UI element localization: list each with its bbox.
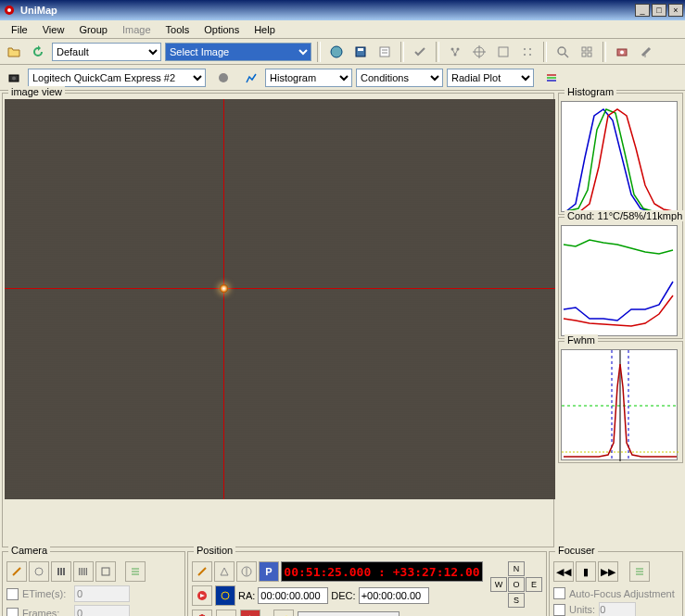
units-label: Units:: [569, 604, 595, 615]
spiral-icon[interactable]: [240, 610, 260, 616]
etime-checkbox[interactable]: [6, 588, 19, 600]
camera-settings-button[interactable]: [125, 561, 146, 582]
image-canvas[interactable]: [5, 99, 555, 499]
window-title: UniMap: [20, 5, 635, 16]
svg-rect-44: [63, 568, 65, 575]
east-button[interactable]: E: [526, 577, 542, 592]
focuser-settings-button[interactable]: [629, 561, 650, 582]
menu-file[interactable]: File: [4, 22, 35, 37]
svg-rect-42: [57, 568, 59, 575]
goto-icon[interactable]: [192, 585, 212, 606]
camera-panel: Camera ETime(s): Frames: Delay(s):: [2, 551, 185, 616]
svg-point-41: [35, 568, 43, 575]
profile-select[interactable]: Default: [52, 43, 161, 61]
pos-park-icon[interactable]: P: [259, 561, 279, 582]
units-input[interactable]: [599, 602, 636, 616]
frames-input[interactable]: [74, 605, 130, 616]
focus-stop-button[interactable]: ▮: [576, 561, 596, 582]
target-icon[interactable]: [192, 610, 212, 616]
menu-view[interactable]: View: [35, 22, 72, 37]
fwhm-plot[interactable]: [561, 349, 678, 460]
pos-compass-icon[interactable]: [236, 561, 257, 582]
plot-type-icon[interactable]: [241, 68, 261, 88]
track-icon[interactable]: [216, 610, 236, 616]
focus-in-button[interactable]: ◀◀: [553, 561, 574, 582]
camera-btn-1[interactable]: [6, 561, 27, 582]
crosshair-horizontal: [5, 288, 555, 289]
stop-button[interactable]: O: [508, 577, 525, 592]
search-icon[interactable]: [552, 42, 573, 62]
camera-btn-5[interactable]: [95, 561, 116, 582]
plot1-select[interactable]: Histogram: [265, 69, 352, 87]
catalog-icon[interactable]: [493, 42, 514, 62]
camera-panel-label: Camera: [8, 545, 50, 556]
maximize-button[interactable]: □: [652, 4, 666, 17]
dec-input[interactable]: [359, 587, 429, 604]
minimize-button[interactable]: _: [635, 4, 650, 17]
image-select[interactable]: Select Image: [165, 43, 311, 61]
svg-point-1: [7, 8, 11, 12]
svg-point-2: [331, 46, 342, 57]
target-grid-icon[interactable]: [469, 42, 489, 62]
svg-rect-22: [588, 47, 591, 51]
conditions-label: Cond: 11°C/58%/11kmph: [564, 210, 685, 221]
histogram-plot[interactable]: [561, 101, 678, 212]
menu-help[interactable]: Help: [247, 22, 283, 37]
svg-point-26: [620, 50, 624, 54]
conditions-plot[interactable]: [561, 225, 678, 336]
south-button[interactable]: S: [508, 593, 525, 608]
svg-rect-47: [82, 568, 83, 575]
tree-icon[interactable]: [445, 42, 465, 62]
camera-device-icon[interactable]: [4, 68, 24, 88]
camera-tool-icon[interactable]: [612, 42, 632, 62]
camera-select[interactable]: Logitech QuickCam Express #2: [28, 69, 206, 87]
camera-btn-3[interactable]: [51, 561, 71, 582]
units-checkbox[interactable]: [553, 604, 565, 616]
catalog-lookup-icon[interactable]: [215, 585, 235, 606]
zoom-grid-icon[interactable]: [577, 42, 597, 62]
menu-options[interactable]: Options: [197, 22, 247, 37]
refresh-icon[interactable]: [28, 42, 48, 62]
focuser-panel: Focuser ◀◀ ▮ ▶▶ Auto-Focus Adjustment Un…: [549, 551, 683, 616]
west-button[interactable]: W: [490, 577, 507, 592]
settings-icon[interactable]: [541, 68, 562, 88]
plot3-select[interactable]: Radial Plot: [447, 69, 534, 87]
north-button[interactable]: N: [508, 561, 525, 576]
menubar: File View Group Image Tools Options Help: [0, 20, 685, 39]
autofocus-label: Auto-Focus Adjustment: [569, 588, 675, 599]
autofocus-checkbox[interactable]: [553, 587, 565, 599]
capture-icon[interactable]: [213, 68, 234, 88]
wand-icon[interactable]: [273, 610, 294, 616]
histogram-panel: Histogram: [558, 93, 683, 215]
pos-mount-icon[interactable]: [214, 561, 235, 582]
menu-image[interactable]: Image: [115, 22, 159, 37]
telescope-icon[interactable]: [636, 42, 656, 62]
svg-point-30: [12, 76, 16, 80]
ra-input[interactable]: [258, 587, 328, 604]
conditions-panel: Cond: 11°C/58%/11kmph: [558, 217, 683, 339]
camera-btn-2[interactable]: [29, 561, 49, 582]
svg-rect-49: [86, 568, 87, 575]
pos-pencil-icon[interactable]: [192, 561, 212, 582]
notes-icon[interactable]: [374, 42, 395, 62]
plot2-select[interactable]: Conditions: [356, 69, 443, 87]
focus-out-button[interactable]: ▶▶: [598, 561, 618, 582]
svg-point-18: [529, 54, 531, 56]
svg-rect-48: [84, 568, 85, 575]
etime-input[interactable]: [74, 585, 130, 602]
grid-dots-icon[interactable]: [517, 42, 538, 62]
object-select[interactable]: [298, 611, 400, 616]
globe-icon[interactable]: [326, 42, 347, 62]
save-icon[interactable]: [350, 42, 371, 62]
menu-group[interactable]: Group: [71, 22, 115, 37]
menu-tools[interactable]: Tools: [159, 22, 197, 37]
camera-btn-4[interactable]: [73, 561, 94, 582]
svg-line-40: [13, 568, 20, 575]
svg-point-15: [524, 48, 526, 50]
svg-rect-21: [582, 47, 586, 51]
check-icon[interactable]: [410, 42, 430, 62]
frames-checkbox[interactable]: [6, 608, 19, 617]
folder-open-icon[interactable]: [4, 42, 24, 62]
svg-rect-50: [102, 568, 109, 575]
close-button[interactable]: ×: [668, 4, 683, 17]
